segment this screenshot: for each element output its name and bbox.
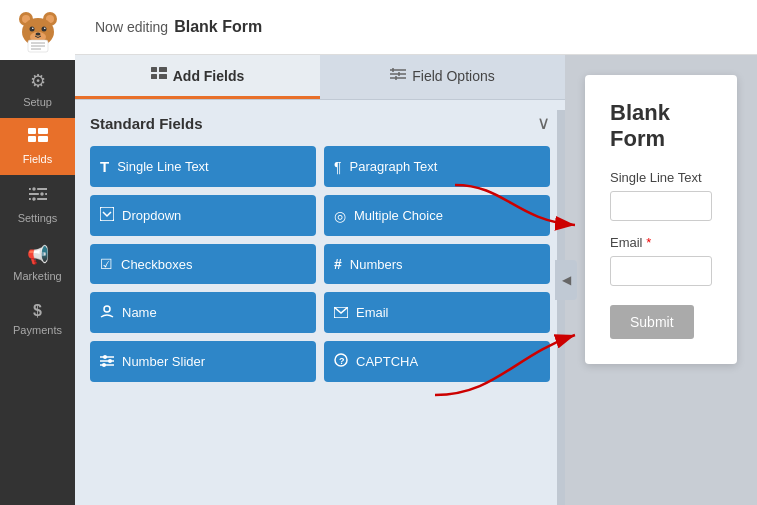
field-btn-captcha[interactable]: ? CAPTCHA <box>324 341 550 382</box>
fields-section: Standard Fields ∨ T Single Line Text ¶ P… <box>75 100 565 505</box>
form-preview-title: Blank Form <box>610 100 712 152</box>
field-options-tab-icon <box>390 67 406 84</box>
name-icon <box>100 304 114 321</box>
svg-point-41 <box>103 355 107 359</box>
right-panel: Blank Form Single Line Text Email * Subm… <box>565 55 757 505</box>
preview-email-input[interactable] <box>610 256 712 286</box>
add-fields-tab-icon <box>151 67 167 84</box>
checkboxes-icon: ☑ <box>100 256 113 272</box>
svg-point-9 <box>44 27 46 29</box>
settings-icon <box>29 185 47 208</box>
svg-rect-17 <box>28 136 36 142</box>
marketing-icon: 📢 <box>27 244 49 266</box>
svg-rect-15 <box>28 128 36 134</box>
main-content: Now editing Blank Form Add Fields <box>75 0 757 505</box>
field-btn-single-line-text[interactable]: T Single Line Text <box>90 146 316 187</box>
svg-point-7 <box>41 27 46 32</box>
field-btn-captcha-label: CAPTCHA <box>356 354 418 369</box>
required-star: * <box>646 235 651 250</box>
numbers-icon: # <box>334 256 342 272</box>
content-area: Add Fields Field Options <box>75 55 757 505</box>
svg-rect-28 <box>159 74 167 79</box>
field-btn-dropdown[interactable]: Dropdown <box>90 195 316 236</box>
svg-point-24 <box>31 197 36 202</box>
svg-rect-16 <box>38 128 48 134</box>
sidebar-item-setup[interactable]: ⚙ Setup <box>0 60 75 118</box>
scrollbar[interactable] <box>557 110 565 505</box>
email-icon <box>334 305 348 321</box>
single-line-text-icon: T <box>100 158 109 175</box>
field-btn-multiple-choice-label: Multiple Choice <box>354 208 443 223</box>
section-title: Standard Fields <box>90 115 203 132</box>
number-slider-icon <box>100 354 114 370</box>
sidebar-label-payments: Payments <box>13 324 62 336</box>
field-btn-single-line-text-label: Single Line Text <box>117 159 209 174</box>
tab-field-options[interactable]: Field Options <box>320 55 565 99</box>
editing-label: Now editing <box>95 19 168 35</box>
form-name-title: Blank Form <box>174 18 262 36</box>
submit-button[interactable]: Submit <box>610 305 694 339</box>
sidebar-label-settings: Settings <box>18 212 58 224</box>
sidebar-logo <box>0 0 75 60</box>
left-panel: Add Fields Field Options <box>75 55 565 505</box>
form-preview: Blank Form Single Line Text Email * Subm… <box>585 75 737 364</box>
tab-add-fields-label: Add Fields <box>173 68 245 84</box>
svg-rect-27 <box>151 74 157 79</box>
svg-text:?: ? <box>339 356 345 366</box>
sidebar-label-setup: Setup <box>23 96 52 108</box>
field-btn-number-slider[interactable]: Number Slider <box>90 341 316 382</box>
sidebar-item-settings[interactable]: Settings <box>0 175 75 234</box>
field-btn-checkboxes[interactable]: ☑ Checkboxes <box>90 244 316 284</box>
svg-point-22 <box>31 187 36 192</box>
tab-field-options-label: Field Options <box>412 68 494 84</box>
dropdown-icon <box>100 207 114 224</box>
tab-add-fields[interactable]: Add Fields <box>75 55 320 99</box>
field-btn-email[interactable]: Email <box>324 292 550 333</box>
sidebar-label-marketing: Marketing <box>13 270 61 282</box>
svg-point-43 <box>102 363 106 367</box>
field-btn-name-label: Name <box>122 305 157 320</box>
sidebar-label-fields: Fields <box>23 153 52 165</box>
field-btn-checkboxes-label: Checkboxes <box>121 257 193 272</box>
collapse-icon: ◀ <box>562 273 571 287</box>
field-btn-multiple-choice[interactable]: ◎ Multiple Choice <box>324 195 550 236</box>
sidebar-item-payments[interactable]: $ Payments <box>0 292 75 346</box>
field-btn-numbers[interactable]: # Numbers <box>324 244 550 284</box>
svg-point-36 <box>104 306 110 312</box>
field-btn-number-slider-label: Number Slider <box>122 354 205 369</box>
fields-icon <box>28 128 48 149</box>
svg-rect-35 <box>100 207 114 221</box>
svg-rect-18 <box>38 136 48 142</box>
captcha-icon: ? <box>334 353 348 370</box>
field-btn-paragraph-text-label: Paragraph Text <box>350 159 438 174</box>
svg-point-42 <box>108 359 112 363</box>
multiple-choice-icon: ◎ <box>334 208 346 224</box>
svg-point-8 <box>32 27 34 29</box>
paragraph-text-icon: ¶ <box>334 159 342 175</box>
field-btn-numbers-label: Numbers <box>350 257 403 272</box>
sidebar: ⚙ Setup Fields Settings 📢 <box>0 0 75 505</box>
svg-point-6 <box>29 27 34 32</box>
section-header: Standard Fields ∨ <box>90 112 550 134</box>
payments-icon: $ <box>33 302 42 320</box>
field-btn-dropdown-label: Dropdown <box>122 208 181 223</box>
gear-icon: ⚙ <box>30 70 46 92</box>
preview-email-label: Email * <box>610 235 712 250</box>
top-bar: Now editing Blank Form <box>75 0 757 55</box>
collapse-panel-button[interactable]: ◀ <box>555 260 577 300</box>
fields-grid: T Single Line Text ¶ Paragraph Text <box>90 146 550 382</box>
logo-bear-icon <box>14 6 62 54</box>
preview-single-line-input[interactable] <box>610 191 712 221</box>
field-btn-email-label: Email <box>356 305 389 320</box>
section-toggle-icon[interactable]: ∨ <box>537 112 550 134</box>
svg-rect-26 <box>159 67 167 72</box>
svg-point-10 <box>35 33 40 36</box>
field-btn-paragraph-text[interactable]: ¶ Paragraph Text <box>324 146 550 187</box>
sidebar-item-marketing[interactable]: 📢 Marketing <box>0 234 75 292</box>
preview-single-line-label: Single Line Text <box>610 170 712 185</box>
svg-point-23 <box>39 192 44 197</box>
preview-email-label-text: Email <box>610 235 643 250</box>
sidebar-item-fields[interactable]: Fields <box>0 118 75 175</box>
field-btn-name[interactable]: Name <box>90 292 316 333</box>
svg-rect-25 <box>151 67 157 72</box>
